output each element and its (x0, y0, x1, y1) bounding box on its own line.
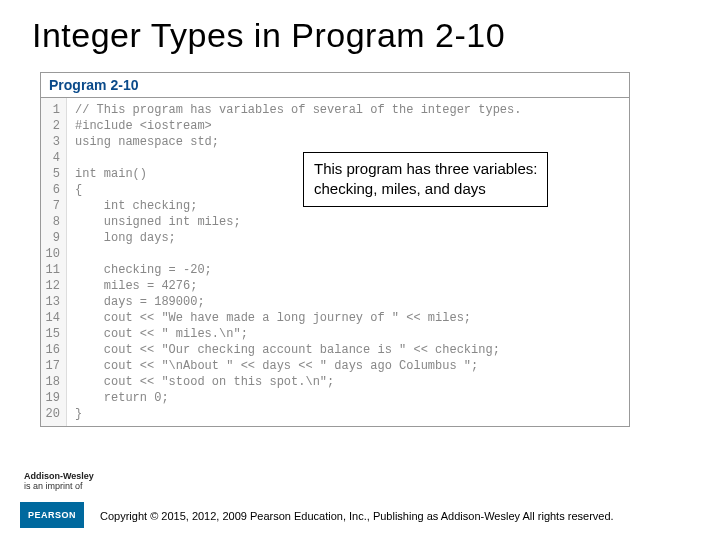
pearson-logo: PEARSON (20, 502, 84, 528)
code-lines: // This program has variables of several… (67, 98, 629, 426)
imprint-tag: is an imprint of (24, 481, 83, 491)
code-area: 1 2 3 4 5 6 7 8 9 10 11 12 13 14 15 16 1… (41, 98, 629, 426)
slide-title: Integer Types in Program 2-10 (0, 0, 720, 55)
line-numbers: 1 2 3 4 5 6 7 8 9 10 11 12 13 14 15 16 1… (41, 98, 67, 426)
callout-line-1: This program has three variables: (314, 159, 537, 179)
program-label: Program 2-10 (41, 73, 629, 98)
program-listing: Program 2-10 1 2 3 4 5 6 7 8 9 10 11 12 … (40, 72, 630, 427)
imprint-brand: Addison-Wesley (24, 471, 94, 481)
callout-box: This program has three variables: checki… (303, 152, 548, 207)
imprint: Addison-Wesley is an imprint of (24, 472, 94, 492)
callout-line-2: checking, miles, and days (314, 179, 537, 199)
copyright-text: Copyright © 2015, 2012, 2009 Pearson Edu… (100, 510, 614, 522)
